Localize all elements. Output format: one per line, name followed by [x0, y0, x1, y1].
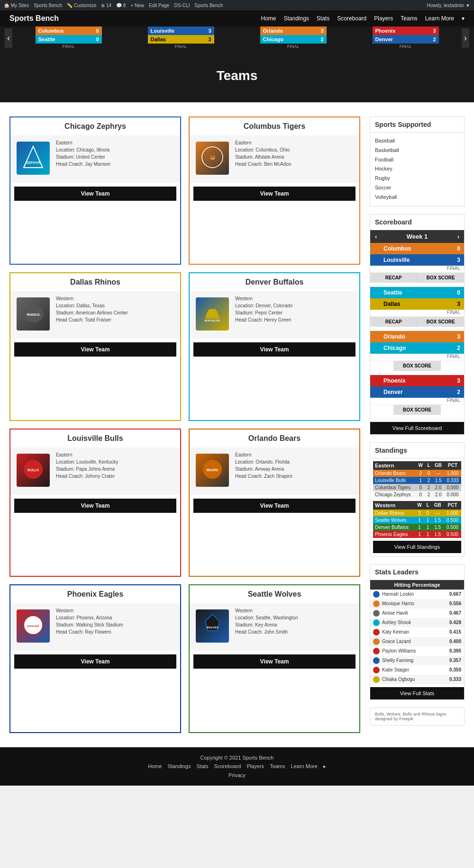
view-team-btn-seattle[interactable]: View Team [193, 654, 356, 669]
score-game-2: Seattle 0 Dallas 3 FINAL RECAP BOX SCORE [370, 287, 464, 331]
svg-text:RHINOS: RHINOS [27, 313, 40, 316]
stat-dot-6 [373, 648, 380, 654]
scoreboard-week-header: ‹ Week 1 › [370, 230, 464, 243]
stat-row-0: Hannah Lookin 0.667 [370, 590, 464, 599]
team-card-body-chicago: ZEPHYR Eastern Location: Chicago, Illino… [10, 135, 180, 183]
admin-my-sites[interactable]: 🏠 My Sites [4, 3, 29, 8]
nav-standings[interactable]: Standings [283, 15, 309, 22]
stat-row-3: Ashley Shook 0.428 [370, 618, 464, 627]
box-score-btn-3[interactable]: BOX SCORE [393, 361, 441, 371]
hero-section: Teams [0, 49, 474, 102]
widget-scoreboard-title: Scoreboard [370, 215, 464, 230]
team-logo-img-orlando: BEARS [196, 454, 229, 487]
team-logo-seattle: WOLVES [193, 607, 231, 645]
score-status-1: FINAL [370, 266, 464, 272]
view-team-btn-chicago[interactable]: View Team [14, 187, 176, 201]
view-team-btn-louisville[interactable]: View Team [14, 499, 176, 513]
admin-edit-page[interactable]: Edit Page [149, 3, 169, 8]
nav-learn-more[interactable]: Learn More [425, 15, 454, 22]
stat-row-6: Payton Williams 0.395 [370, 646, 464, 656]
col-w: W [416, 461, 425, 470]
svg-text:BUFFALOS: BUFFALOS [205, 319, 220, 322]
view-team-btn-columbus[interactable]: View Team [193, 187, 356, 201]
box-score-btn-4[interactable]: BOX SCORE [393, 405, 441, 415]
team-name-louisville: Louisville Bulls [10, 430, 180, 447]
footer-teams[interactable]: Teams [270, 763, 285, 770]
stat-player-6: Payton Williams [382, 648, 449, 653]
admin-new[interactable]: + New [130, 3, 144, 8]
team-card-footer-phoenix: View Team [10, 651, 180, 672]
footer-privacy[interactable]: Privacy [8, 772, 466, 778]
ticker-next[interactable]: › [462, 28, 469, 48]
admin-sports-bench2[interactable]: Sports Bench [194, 3, 223, 8]
score-team-denver: Denver 2 [370, 386, 464, 398]
team-card-body-columbus: 🐯 Eastern Location: Columbus, Ohio Stadi… [190, 135, 359, 183]
admin-sports-bench[interactable]: Sports Bench [34, 3, 62, 8]
stat-val-9: 0.333 [449, 677, 461, 682]
col-pct: PCT [444, 461, 461, 470]
nav-players[interactable]: Players [374, 15, 393, 22]
score-team-name: Dallas [383, 301, 451, 307]
stat-row-8: Katie Staiger 0.350 [370, 665, 464, 675]
admin-bar-right: Howdy, testadmin ▼ [427, 3, 470, 8]
team-logo-denver: BUFFALOS [193, 295, 231, 333]
team-info-chicago: Eastern Location: Chicago, Illinois Stad… [56, 139, 176, 179]
standings-body: Eastern W L GB PCT Orlando Bears 2 0 — [370, 458, 464, 556]
view-team-btn-dallas[interactable]: View Team [14, 342, 176, 357]
footer-rss-icon[interactable]: ▸ [323, 763, 326, 770]
view-team-btn-orlando[interactable]: View Team [193, 499, 356, 513]
svg-text:BULLS: BULLS [27, 468, 39, 472]
team-card-seattle: Seattle Wolves WOLVES Western Location: … [189, 584, 360, 733]
footer-home[interactable]: Home [148, 763, 162, 770]
team-dot-phoenix [374, 377, 381, 384]
score-value: 0 [451, 245, 460, 252]
ticker-prev[interactable]: ‹ [5, 28, 12, 48]
team-dot-chicago [374, 345, 381, 351]
sidebar: Sports Supported Baseball Basketball Foo… [370, 116, 465, 733]
nav-scoreboard[interactable]: Scoreboard [337, 15, 366, 22]
view-team-btn-phoenix[interactable]: View Team [14, 654, 176, 669]
footer-copyright: Copyright © 2021 Sports Bench [8, 755, 466, 761]
ticker-team-name: Louisville [151, 28, 175, 34]
stat-val-8: 0.350 [449, 667, 461, 672]
nav-home[interactable]: Home [261, 15, 276, 22]
admin-user[interactable]: Howdy, testadmin ▼ [427, 3, 470, 8]
ticker-team-louisville: Louisville 3 [148, 27, 214, 35]
view-full-scoreboard-btn[interactable]: View Full Scoreboard [370, 422, 464, 434]
footer-scoreboard[interactable]: Scoreboard [214, 763, 241, 770]
box-score-btn-1[interactable]: BOX SCORE [418, 273, 465, 283]
admin-customize[interactable]: ✏️ Customize [67, 3, 96, 8]
stat-dot-1 [373, 600, 380, 607]
admin-count-14[interactable]: ⊕ 14 [101, 3, 111, 8]
admin-ds-cli[interactable]: DS-CLI [174, 3, 190, 8]
view-full-standings-btn[interactable]: View Full Standings [373, 541, 461, 553]
footer-standings[interactable]: Standings [168, 763, 191, 770]
admin-count-8[interactable]: 💬 8 [116, 3, 126, 8]
team-card-body-seattle: WOLVES Western Location: Seattle, Washin… [190, 603, 359, 651]
score-value: 3 [451, 333, 460, 340]
team-card-footer-dallas: View Team [10, 339, 180, 360]
score-team-dallas: Dallas 3 [370, 298, 464, 310]
view-full-stats-btn[interactable]: View Full Stats [370, 687, 464, 699]
team-card-footer-seattle: View Team [190, 651, 359, 672]
footer-players[interactable]: Players [246, 763, 264, 770]
team-logo-chicago: ZEPHYR [14, 139, 52, 177]
week-prev-icon[interactable]: ‹ [375, 233, 377, 240]
site-logo[interactable]: Sports Bench [9, 14, 59, 23]
stat-dot-5 [373, 638, 380, 645]
footer-learn-more[interactable]: Learn More [291, 763, 318, 770]
nav-teams[interactable]: Teams [401, 15, 417, 22]
week-next-icon[interactable]: › [457, 233, 459, 240]
stat-val-5: 0.400 [449, 639, 461, 644]
nav-stats[interactable]: Stats [317, 15, 329, 22]
standings-row: Orlando Bears 2 0 — 1.000 [373, 470, 461, 477]
ticker-team-denver: Denver 2 [373, 35, 439, 44]
svg-text:BEARS: BEARS [207, 468, 219, 472]
box-score-btn-2[interactable]: BOX SCORE [418, 317, 465, 327]
recap-btn-2[interactable]: RECAP [370, 317, 418, 327]
recap-btn-1[interactable]: RECAP [370, 273, 418, 283]
team-logo-img-seattle: WOLVES [196, 609, 229, 643]
footer-stats[interactable]: Stats [196, 763, 208, 770]
view-team-btn-denver[interactable]: View Team [193, 342, 356, 357]
main-nav: Home Standings Stats Scoreboard Players … [261, 15, 465, 22]
